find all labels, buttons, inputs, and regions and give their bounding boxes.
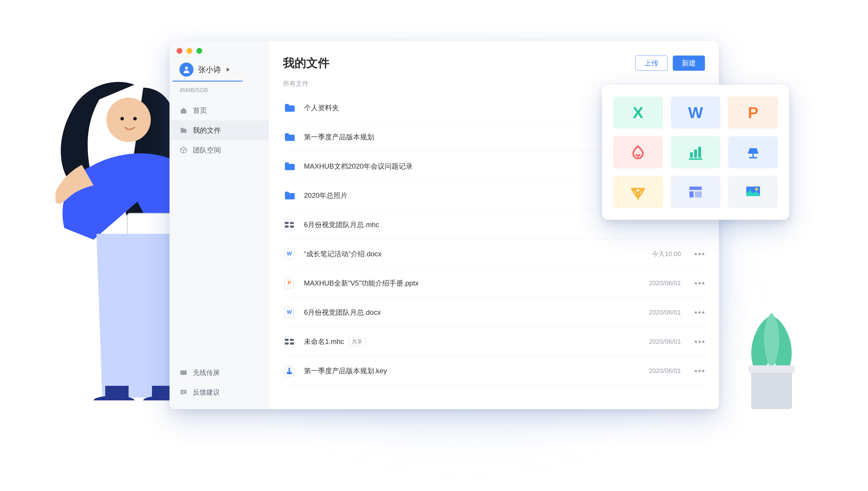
create-tile-present[interactable]: [728, 136, 778, 168]
sidebar-item-label: 我的文件: [193, 126, 221, 135]
shared-tag: 共享: [349, 337, 366, 346]
file-date: 今天10:00: [631, 250, 681, 258]
create-tile-word[interactable]: W: [671, 96, 721, 128]
image-icon: [745, 184, 761, 200]
mhc-file-icon: [285, 219, 294, 230]
file-name: MAXHUB文档2020年会议问题记录: [304, 162, 413, 171]
create-tile-image[interactable]: [728, 176, 778, 208]
create-type-popover: XWP: [602, 85, 789, 220]
file-row[interactable]: 未命名1.mhc共享2020/06/01•••: [283, 327, 705, 356]
window-maximize-icon[interactable]: [196, 48, 202, 54]
create-tile-ppt[interactable]: P: [728, 96, 778, 128]
svg-rect-17: [290, 342, 294, 345]
cube-icon: [179, 146, 187, 154]
illustration-person: [56, 61, 178, 400]
upload-button[interactable]: 上传: [635, 56, 667, 71]
file-name: 第一季度产品版本规划.key: [304, 366, 387, 376]
svg-rect-27: [695, 192, 702, 198]
more-icon[interactable]: •••: [694, 279, 705, 288]
home-icon: [179, 106, 187, 115]
main-header: 我的文件 上传 新建: [283, 55, 705, 71]
file-row[interactable]: W6月份视觉团队月总.docx2020/06/01•••: [283, 298, 705, 327]
file-name: 6月份视觉团队月总.mhc: [304, 220, 379, 229]
more-icon[interactable]: •••: [694, 337, 705, 346]
file-row[interactable]: W“成长笔记活动”介绍.docx今天10:00•••: [283, 239, 705, 268]
sidebar-item-cast[interactable]: 无线传屏: [170, 363, 268, 382]
file-row[interactable]: 第一季度产品版本规划.key2020/06/01•••: [283, 356, 705, 385]
design-icon: [630, 184, 646, 200]
svg-rect-22: [689, 158, 702, 160]
window-minimize-icon[interactable]: [186, 48, 192, 54]
sidebar-item-label: 反馈建议: [193, 388, 220, 397]
svg-point-0: [106, 97, 151, 142]
tile-letter: W: [688, 104, 703, 122]
layout-icon: [687, 184, 704, 200]
sidebar-item-my-files[interactable]: 我的文件: [170, 120, 268, 140]
mhc-file-icon: [285, 336, 294, 347]
create-tile-chart[interactable]: [671, 136, 721, 168]
svg-point-8: [185, 67, 188, 69]
svg-rect-20: [694, 150, 697, 158]
create-button[interactable]: 新建: [673, 56, 705, 71]
word-file-icon: W: [285, 249, 294, 260]
folder-icon: [283, 160, 296, 173]
svg-rect-7: [748, 365, 795, 373]
pdf-icon: [630, 144, 646, 161]
svg-rect-18: [289, 367, 290, 372]
svg-rect-12: [285, 225, 289, 228]
user-menu[interactable]: 张小诗: [172, 59, 242, 82]
present-icon: [745, 144, 761, 161]
create-tile-layout[interactable]: [671, 176, 721, 208]
page-title: 我的文件: [283, 55, 330, 71]
sidebar-item-feedback[interactable]: 反馈建议: [170, 382, 268, 402]
file-date: 2020/06/01: [631, 367, 681, 375]
sidebar-item-label: 团队空间: [193, 146, 221, 155]
sidebar: 张小诗 45MB/5GB 首页 我的文件 团队空间: [170, 41, 269, 409]
cast-icon: [179, 369, 187, 377]
svg-rect-14: [285, 339, 289, 341]
file-name: 6月份视觉团队月总.docx: [304, 308, 381, 317]
sidebar-item-team-space[interactable]: 团队空间: [170, 140, 268, 160]
file-name: 第一季度产品版本规划: [304, 133, 374, 142]
caret-right-icon: [227, 67, 229, 71]
keynote-file-icon: [285, 365, 294, 376]
svg-rect-11: [290, 222, 294, 224]
more-icon[interactable]: •••: [694, 308, 705, 317]
more-icon[interactable]: •••: [694, 249, 705, 259]
folder-icon: [283, 189, 296, 202]
svg-rect-24: [749, 157, 757, 158]
svg-rect-9: [180, 370, 187, 375]
avatar: [179, 62, 194, 77]
tile-letter: X: [633, 104, 643, 122]
create-tile-pdf[interactable]: [613, 136, 663, 168]
file-name: “成长笔记活动”介绍.docx: [304, 249, 381, 259]
svg-rect-26: [689, 192, 694, 198]
feedback-icon: [179, 388, 187, 397]
file-name: 个人资料夹: [304, 103, 339, 113]
sidebar-bottom: 无线传屏 反馈建议: [170, 363, 268, 402]
user-name: 张小诗: [198, 65, 221, 75]
file-name: 未命名1.mhc: [304, 337, 344, 346]
svg-rect-19: [690, 152, 693, 158]
word-file-icon: W: [285, 307, 294, 318]
file-name: MAXHUB全新“V5”功能介绍手册.pptx: [304, 279, 418, 288]
create-tile-excel[interactable]: X: [613, 96, 663, 128]
file-date: 2020/06/01: [631, 338, 681, 345]
sidebar-nav: 首页 我的文件 团队空间: [170, 100, 268, 160]
svg-rect-15: [290, 339, 294, 341]
svg-rect-23: [752, 154, 754, 157]
svg-rect-13: [290, 225, 294, 228]
file-name: 2020年总照片: [304, 191, 347, 200]
file-row[interactable]: PMAXHUB全新“V5”功能介绍手册.pptx2020/06/01•••: [283, 268, 705, 298]
ppt-file-icon: P: [285, 278, 294, 289]
sidebar-item-home[interactable]: 首页: [170, 100, 268, 120]
window-close-icon[interactable]: [176, 48, 182, 54]
chart-icon: [687, 144, 704, 161]
create-tile-design[interactable]: [613, 176, 663, 208]
svg-rect-16: [285, 342, 289, 345]
more-icon[interactable]: •••: [694, 366, 705, 376]
window-controls: [170, 46, 268, 59]
illustration-plant: [733, 310, 810, 415]
svg-rect-25: [689, 186, 702, 190]
svg-point-29: [755, 188, 758, 191]
